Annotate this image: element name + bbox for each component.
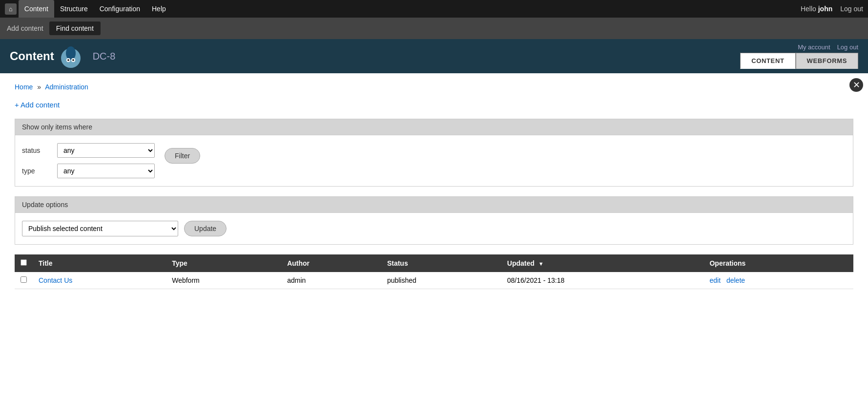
header-right: My account Log out CONTENT WEBFORMS bbox=[740, 43, 858, 69]
row-operations-cell: edit delete bbox=[703, 272, 853, 289]
row-checkbox[interactable] bbox=[21, 276, 27, 283]
type-filter-row: type any article page webform bbox=[22, 164, 155, 178]
tab-content[interactable]: CONTENT bbox=[740, 53, 795, 69]
nav-item-configuration[interactable]: Configuration bbox=[94, 0, 146, 18]
update-section: Update options Publish selected content … bbox=[15, 196, 853, 245]
header-checkbox-col bbox=[15, 254, 33, 272]
add-content-nav-link[interactable]: Add content bbox=[7, 24, 43, 32]
select-all-checkbox[interactable] bbox=[21, 259, 27, 266]
row-title-link[interactable]: Contact Us bbox=[39, 276, 72, 284]
content-header: Content DC-8 My account Log out CONTENT … bbox=[0, 39, 868, 73]
update-options-select[interactable]: Publish selected content Unpublish selec… bbox=[22, 221, 178, 236]
type-label: type bbox=[22, 167, 51, 175]
filter-section-header: Show only items where bbox=[15, 119, 853, 135]
tab-webforms[interactable]: WEBFORMS bbox=[796, 53, 858, 69]
filter-button[interactable]: Filter bbox=[165, 148, 200, 164]
nav-item-help[interactable]: Help bbox=[146, 0, 172, 18]
add-content-section: + Add content bbox=[15, 101, 853, 109]
close-button[interactable]: ✕ bbox=[849, 78, 863, 92]
svg-point-4 bbox=[67, 59, 69, 61]
header-operations: Operations bbox=[703, 254, 853, 272]
type-select[interactable]: any article page webform bbox=[57, 164, 155, 178]
row-updated-cell: 08/16/2021 - 13:18 bbox=[501, 272, 704, 289]
nav-item-content[interactable]: Content bbox=[19, 0, 54, 18]
svg-point-1 bbox=[66, 46, 76, 60]
row-title-cell: Contact Us bbox=[33, 272, 166, 289]
content-tabs: CONTENT WEBFORMS bbox=[740, 53, 858, 69]
table-header: Title Type Author Status Updated ▼ Opera… bbox=[15, 254, 853, 272]
table-body: Contact Us Webform admin published 08/16… bbox=[15, 272, 853, 289]
update-section-header: Update options bbox=[15, 197, 853, 213]
filter-body: status any published unpublished type an… bbox=[15, 135, 853, 186]
logo-area: Content DC-8 bbox=[10, 43, 115, 69]
greeting-text: Hello john bbox=[801, 5, 832, 13]
update-body: Publish selected content Unpublish selec… bbox=[15, 213, 853, 244]
header-type: Type bbox=[166, 254, 281, 272]
my-account-link[interactable]: My account bbox=[798, 43, 830, 51]
breadcrumb-administration[interactable]: Administration bbox=[45, 83, 88, 91]
header-logout-link[interactable]: Log out bbox=[837, 43, 858, 51]
site-name: DC-8 bbox=[93, 51, 116, 62]
table-row: Contact Us Webform admin published 08/16… bbox=[15, 272, 853, 289]
home-icon[interactable]: ⌂ bbox=[5, 3, 17, 15]
breadcrumb-separator: » bbox=[37, 83, 41, 91]
plus-icon: + bbox=[15, 101, 19, 109]
row-status-cell: published bbox=[381, 272, 501, 289]
main-content: ✕ Home » Administration + Add content Sh… bbox=[0, 73, 868, 366]
filter-section: Show only items where status any publish… bbox=[15, 119, 853, 187]
content-table: Title Type Author Status Updated ▼ Opera… bbox=[15, 254, 853, 289]
top-navigation: ⌂ Content Structure Configuration Help H… bbox=[0, 0, 868, 18]
svg-point-5 bbox=[72, 59, 74, 61]
update-button[interactable]: Update bbox=[184, 221, 227, 236]
table-header-row: Title Type Author Status Updated ▼ Opera… bbox=[15, 254, 853, 272]
filter-fields: status any published unpublished type an… bbox=[22, 143, 155, 178]
add-content-link[interactable]: + Add content bbox=[15, 101, 60, 109]
header-status: Status bbox=[381, 254, 501, 272]
status-filter-row: status any published unpublished bbox=[22, 143, 155, 158]
logout-link[interactable]: Log out bbox=[840, 5, 863, 13]
nav-item-structure[interactable]: Structure bbox=[54, 0, 94, 18]
sort-icon: ▼ bbox=[538, 261, 544, 267]
row-delete-link[interactable]: delete bbox=[726, 276, 745, 284]
druplicon-logo bbox=[60, 43, 82, 69]
header-author: Author bbox=[281, 254, 381, 272]
add-content-label: Add content bbox=[21, 101, 60, 109]
top-right-nav: Hello john Log out bbox=[801, 5, 863, 13]
breadcrumb: Home » Administration bbox=[15, 83, 853, 91]
breadcrumb-home[interactable]: Home bbox=[15, 83, 33, 91]
status-select[interactable]: any published unpublished bbox=[57, 143, 155, 158]
find-content-button[interactable]: Find content bbox=[49, 21, 101, 35]
status-label: status bbox=[22, 147, 51, 154]
row-edit-link[interactable]: edit bbox=[709, 276, 721, 284]
header-updated: Updated ▼ bbox=[501, 254, 704, 272]
header-links: My account Log out bbox=[798, 43, 858, 51]
row-checkbox-cell bbox=[15, 272, 33, 289]
content-title: Content bbox=[10, 49, 54, 63]
action-bar: Add content Find content bbox=[0, 18, 868, 39]
row-type-cell: Webform bbox=[166, 272, 281, 289]
row-author-cell: admin bbox=[281, 272, 381, 289]
header-title: Title bbox=[33, 254, 166, 272]
